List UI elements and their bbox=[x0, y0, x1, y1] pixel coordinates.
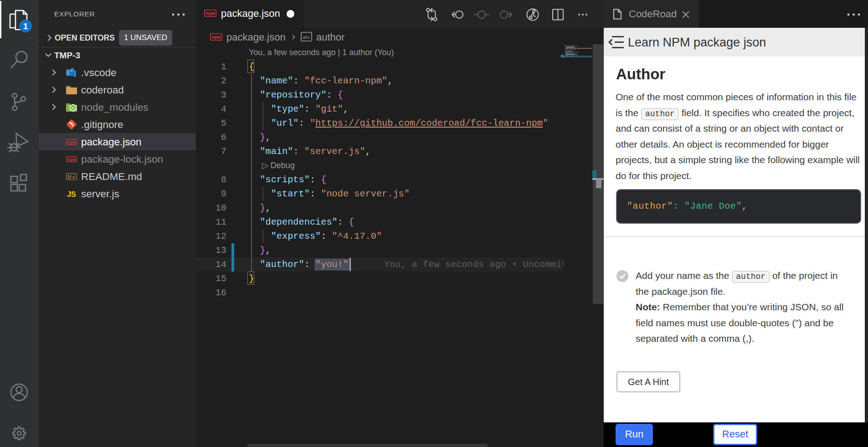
svg-text:npm: npm bbox=[67, 140, 75, 145]
svg-text:JS: JS bbox=[67, 190, 76, 198]
svg-text:npm: npm bbox=[67, 157, 75, 162]
svg-text:1: 1 bbox=[23, 21, 28, 31]
svg-text:abc: abc bbox=[303, 36, 310, 40]
svg-text:M: M bbox=[67, 175, 71, 180]
svg-text:npm: npm bbox=[212, 35, 221, 40]
svg-text:js: js bbox=[72, 106, 75, 110]
svg-text:npm: npm bbox=[206, 11, 215, 16]
